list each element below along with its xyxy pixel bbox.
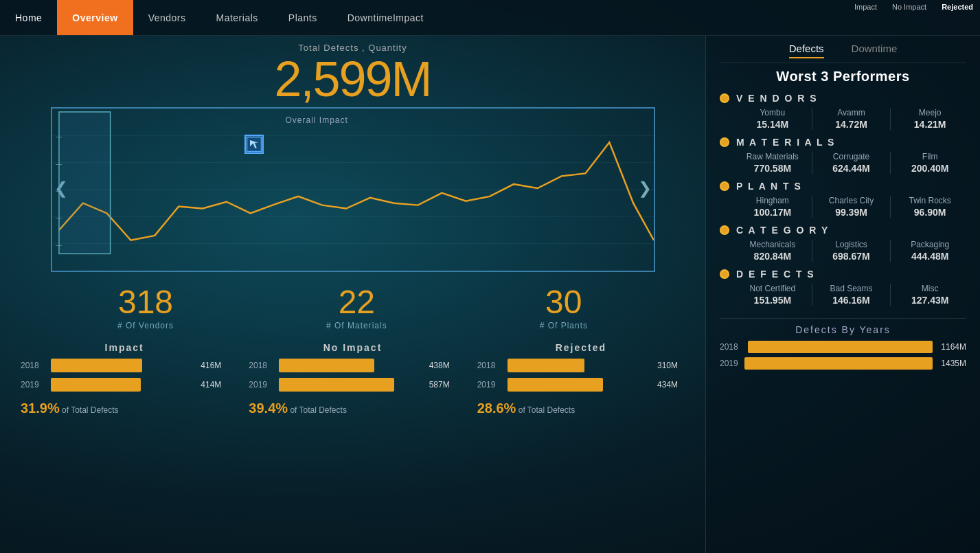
perf-section-category: C A T E G O R Y Mechanicals 820.84M Logi… (720, 225, 966, 262)
right-tab-defects[interactable]: Defects (789, 43, 824, 58)
worst-title: Worst 3 Performers (720, 69, 966, 84)
stat---of-materials: 22# Of Materials (326, 283, 387, 330)
perf-section-vendors: V E N D O R S Yombu 15.14M Avamm 14.72M … (720, 93, 966, 130)
perf-dot (720, 225, 729, 235)
filter-tab-impact[interactable]: Impact (847, 1, 884, 12)
svg-text:—: — (55, 133, 61, 140)
chart-line (58, 142, 653, 240)
dby-section: Defects By Years 2018 1164M 2019 1435M (720, 318, 966, 374)
bar-group-impact: Impact 2018 416M 2019 414M 31.9% of Tota… (14, 339, 235, 546)
perf-dot (720, 137, 729, 147)
svg-text:—: — (55, 161, 61, 168)
perf-section-materials: M A T E R I A L S Raw Materials 770.58M … (720, 137, 966, 174)
right-tab-downtime[interactable]: Downtime (852, 43, 898, 58)
stat---of-plants: 30# Of Plants (540, 283, 588, 330)
left-panel: Total Defects , Quantity 2,599M ❮ ❯ (0, 36, 705, 553)
perf-section-defects: D E F E C T S Not Certified 151.95M Bad … (720, 269, 966, 306)
nav-plants[interactable]: Plants (273, 0, 332, 35)
perf-dot (720, 181, 729, 191)
filter-tab-no-impact[interactable]: No Impact (885, 1, 933, 12)
top-nav: HomeOverviewVendorsMaterialsPlantsDownti… (0, 0, 980, 36)
cursor-icon (244, 135, 264, 154)
chart-section: Total Defects , Quantity 2,599M ❮ ❯ (14, 43, 692, 272)
selection-rect (58, 112, 110, 254)
svg-text:—: — (55, 242, 61, 249)
chart-area: — — — — — (51, 107, 655, 272)
nav-materials[interactable]: Materials (201, 0, 273, 35)
svg-text:—: — (55, 188, 61, 194)
right-tabs: DefectsDowntime (720, 43, 966, 63)
nav-vendors[interactable]: Vendors (133, 0, 201, 35)
perf-dot (720, 93, 729, 103)
nav-overview[interactable]: Overview (57, 0, 133, 35)
filter-tabs: ImpactNo ImpactRejected (847, 0, 980, 14)
filter-tab-rejected[interactable]: Rejected (935, 1, 980, 12)
stats-row: 318# Of Vendors22# Of Materials30# Of Pl… (14, 283, 692, 330)
stat---of-vendors: 318# Of Vendors (117, 283, 174, 330)
nav-home[interactable]: Home (0, 0, 57, 35)
bar-group-no-impact: No Impact 2018 438M 2019 587M 39.4% of T… (242, 339, 463, 546)
perf-dot (720, 269, 729, 279)
perf-sections: V E N D O R S Yombu 15.14M Avamm 14.72M … (720, 93, 966, 313)
bar-section: Impact 2018 416M 2019 414M 31.9% of Tota… (14, 339, 692, 546)
right-panel: DefectsDowntime Worst 3 Performers V E N… (705, 36, 980, 553)
chart-svg: — — — — — (52, 109, 654, 271)
overall-impact-label: Overall Impact (286, 115, 348, 125)
big-number: 2,599M (274, 54, 431, 104)
perf-section-plants: P L A N T S Hingham 100.17M Charles City… (720, 181, 966, 218)
nav-downtimeimpact[interactable]: DowntimeImpact (332, 0, 439, 35)
svg-text:—: — (55, 214, 61, 221)
bar-group-rejected: Rejected 2018 310M 2019 434M 28.6% of To… (470, 339, 692, 546)
